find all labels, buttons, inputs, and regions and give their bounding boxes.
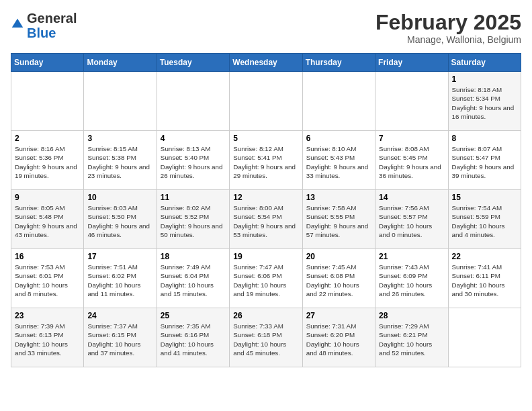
weekday-header-wednesday: Wednesday bbox=[230, 54, 302, 72]
calendar-table: SundayMondayTuesdayWednesdayThursdayFrid… bbox=[11, 53, 521, 367]
calendar-week-4: 16Sunrise: 7:53 AM Sunset: 6:01 PM Dayli… bbox=[11, 249, 521, 308]
calendar-cell: 6Sunrise: 8:10 AM Sunset: 5:43 PM Daylig… bbox=[302, 131, 375, 190]
page-header: General Blue February 2025 Manage, Wallo… bbox=[11, 11, 521, 45]
weekday-row: SundayMondayTuesdayWednesdayThursdayFrid… bbox=[11, 54, 521, 72]
day-number: 16 bbox=[15, 252, 80, 261]
svg-marker-0 bbox=[12, 19, 24, 28]
calendar-cell: 4Sunrise: 8:13 AM Sunset: 5:40 PM Daylig… bbox=[157, 131, 229, 190]
day-info: Sunrise: 8:16 AM Sunset: 5:36 PM Dayligh… bbox=[15, 144, 80, 180]
calendar-cell: 21Sunrise: 7:43 AM Sunset: 6:09 PM Dayli… bbox=[375, 249, 448, 308]
day-number: 27 bbox=[306, 311, 371, 320]
calendar-cell bbox=[84, 72, 157, 131]
calendar-cell: 1Sunrise: 8:18 AM Sunset: 5:34 PM Daylig… bbox=[448, 72, 521, 131]
calendar-cell: 16Sunrise: 7:53 AM Sunset: 6:01 PM Dayli… bbox=[11, 249, 84, 308]
day-info: Sunrise: 7:41 AM Sunset: 6:11 PM Dayligh… bbox=[452, 263, 517, 298]
calendar-cell: 18Sunrise: 7:49 AM Sunset: 6:04 PM Dayli… bbox=[157, 249, 229, 308]
day-number: 20 bbox=[306, 252, 371, 261]
day-number: 18 bbox=[161, 252, 226, 261]
calendar-cell: 5Sunrise: 8:12 AM Sunset: 5:41 PM Daylig… bbox=[230, 131, 302, 190]
day-info: Sunrise: 7:43 AM Sunset: 6:09 PM Dayligh… bbox=[379, 263, 444, 298]
calendar-cell bbox=[448, 308, 521, 367]
location: Manage, Wallonia, Belgium bbox=[375, 34, 521, 45]
day-info: Sunrise: 7:49 AM Sunset: 6:04 PM Dayligh… bbox=[161, 263, 226, 298]
day-info: Sunrise: 7:56 AM Sunset: 5:57 PM Dayligh… bbox=[379, 203, 444, 239]
day-number: 23 bbox=[15, 311, 80, 320]
day-info: Sunrise: 7:37 AM Sunset: 6:15 PM Dayligh… bbox=[87, 322, 152, 357]
day-info: Sunrise: 7:58 AM Sunset: 5:55 PM Dayligh… bbox=[306, 203, 371, 239]
calendar-cell: 11Sunrise: 8:02 AM Sunset: 5:52 PM Dayli… bbox=[157, 190, 229, 249]
day-number: 26 bbox=[233, 311, 298, 320]
calendar-cell: 10Sunrise: 8:03 AM Sunset: 5:50 PM Dayli… bbox=[84, 190, 157, 249]
calendar-cell bbox=[157, 72, 229, 131]
day-info: Sunrise: 8:10 AM Sunset: 5:43 PM Dayligh… bbox=[306, 144, 371, 180]
calendar-cell: 7Sunrise: 8:08 AM Sunset: 5:45 PM Daylig… bbox=[375, 131, 448, 190]
day-number: 1 bbox=[452, 75, 517, 84]
day-number: 28 bbox=[379, 311, 444, 320]
day-number: 7 bbox=[379, 134, 444, 143]
day-info: Sunrise: 7:53 AM Sunset: 6:01 PM Dayligh… bbox=[15, 263, 80, 298]
calendar-cell: 27Sunrise: 7:31 AM Sunset: 6:20 PM Dayli… bbox=[302, 308, 375, 367]
weekday-header-saturday: Saturday bbox=[448, 54, 521, 72]
calendar-cell: 28Sunrise: 7:29 AM Sunset: 6:21 PM Dayli… bbox=[375, 308, 448, 367]
weekday-header-tuesday: Tuesday bbox=[157, 54, 229, 72]
calendar-cell: 2Sunrise: 8:16 AM Sunset: 5:36 PM Daylig… bbox=[11, 131, 84, 190]
day-info: Sunrise: 7:51 AM Sunset: 6:02 PM Dayligh… bbox=[87, 263, 152, 298]
calendar-cell bbox=[302, 72, 375, 131]
month-year: February 2025 bbox=[375, 11, 521, 34]
day-number: 19 bbox=[233, 252, 298, 261]
day-info: Sunrise: 8:02 AM Sunset: 5:52 PM Dayligh… bbox=[161, 203, 226, 239]
day-number: 2 bbox=[15, 134, 80, 143]
calendar-cell: 8Sunrise: 8:07 AM Sunset: 5:47 PM Daylig… bbox=[448, 131, 521, 190]
day-number: 14 bbox=[379, 193, 444, 202]
day-info: Sunrise: 8:13 AM Sunset: 5:40 PM Dayligh… bbox=[161, 144, 226, 180]
calendar-cell bbox=[375, 72, 448, 131]
title-block: February 2025 Manage, Wallonia, Belgium bbox=[375, 11, 521, 45]
day-info: Sunrise: 8:15 AM Sunset: 5:38 PM Dayligh… bbox=[87, 144, 152, 180]
day-number: 3 bbox=[87, 134, 152, 143]
logo-text: General Blue bbox=[27, 11, 77, 40]
day-info: Sunrise: 8:12 AM Sunset: 5:41 PM Dayligh… bbox=[233, 144, 298, 180]
day-number: 25 bbox=[161, 311, 226, 320]
day-number: 6 bbox=[306, 134, 371, 143]
day-info: Sunrise: 8:07 AM Sunset: 5:47 PM Dayligh… bbox=[452, 144, 517, 180]
day-number: 4 bbox=[161, 134, 226, 143]
calendar-body: 1Sunrise: 8:18 AM Sunset: 5:34 PM Daylig… bbox=[11, 72, 521, 367]
calendar-cell: 20Sunrise: 7:45 AM Sunset: 6:08 PM Dayli… bbox=[302, 249, 375, 308]
day-info: Sunrise: 8:08 AM Sunset: 5:45 PM Dayligh… bbox=[379, 144, 444, 180]
day-info: Sunrise: 7:35 AM Sunset: 6:16 PM Dayligh… bbox=[161, 322, 226, 357]
day-number: 21 bbox=[379, 252, 444, 261]
day-number: 24 bbox=[87, 311, 152, 320]
calendar-cell: 19Sunrise: 7:47 AM Sunset: 6:06 PM Dayli… bbox=[230, 249, 302, 308]
day-info: Sunrise: 7:31 AM Sunset: 6:20 PM Dayligh… bbox=[306, 322, 371, 357]
calendar-week-1: 1Sunrise: 8:18 AM Sunset: 5:34 PM Daylig… bbox=[11, 72, 521, 131]
calendar-cell: 23Sunrise: 7:39 AM Sunset: 6:13 PM Dayli… bbox=[11, 308, 84, 367]
weekday-header-thursday: Thursday bbox=[302, 54, 375, 72]
day-number: 5 bbox=[233, 134, 298, 143]
calendar-cell bbox=[230, 72, 302, 131]
day-number: 12 bbox=[233, 193, 298, 202]
day-info: Sunrise: 7:47 AM Sunset: 6:06 PM Dayligh… bbox=[233, 263, 298, 298]
calendar-cell: 15Sunrise: 7:54 AM Sunset: 5:59 PM Dayli… bbox=[448, 190, 521, 249]
day-number: 22 bbox=[452, 252, 517, 261]
calendar-cell: 17Sunrise: 7:51 AM Sunset: 6:02 PM Dayli… bbox=[84, 249, 157, 308]
calendar-cell: 25Sunrise: 7:35 AM Sunset: 6:16 PM Dayli… bbox=[157, 308, 229, 367]
day-number: 13 bbox=[306, 193, 371, 202]
weekday-header-friday: Friday bbox=[375, 54, 448, 72]
calendar-cell: 13Sunrise: 7:58 AM Sunset: 5:55 PM Dayli… bbox=[302, 190, 375, 249]
day-number: 17 bbox=[87, 252, 152, 261]
logo: General Blue bbox=[11, 11, 77, 40]
day-info: Sunrise: 7:39 AM Sunset: 6:13 PM Dayligh… bbox=[15, 322, 80, 357]
calendar-cell: 22Sunrise: 7:41 AM Sunset: 6:11 PM Dayli… bbox=[448, 249, 521, 308]
logo-icon bbox=[11, 17, 24, 31]
calendar-cell: 26Sunrise: 7:33 AM Sunset: 6:18 PM Dayli… bbox=[230, 308, 302, 367]
calendar-week-2: 2Sunrise: 8:16 AM Sunset: 5:36 PM Daylig… bbox=[11, 131, 521, 190]
day-number: 9 bbox=[15, 193, 80, 202]
calendar-cell: 3Sunrise: 8:15 AM Sunset: 5:38 PM Daylig… bbox=[84, 131, 157, 190]
calendar-cell: 24Sunrise: 7:37 AM Sunset: 6:15 PM Dayli… bbox=[84, 308, 157, 367]
calendar-cell: 12Sunrise: 8:00 AM Sunset: 5:54 PM Dayli… bbox=[230, 190, 302, 249]
calendar-cell: 14Sunrise: 7:56 AM Sunset: 5:57 PM Dayli… bbox=[375, 190, 448, 249]
day-number: 8 bbox=[452, 134, 517, 143]
weekday-header-monday: Monday bbox=[84, 54, 157, 72]
calendar-cell bbox=[11, 72, 84, 131]
day-info: Sunrise: 7:45 AM Sunset: 6:08 PM Dayligh… bbox=[306, 263, 371, 298]
